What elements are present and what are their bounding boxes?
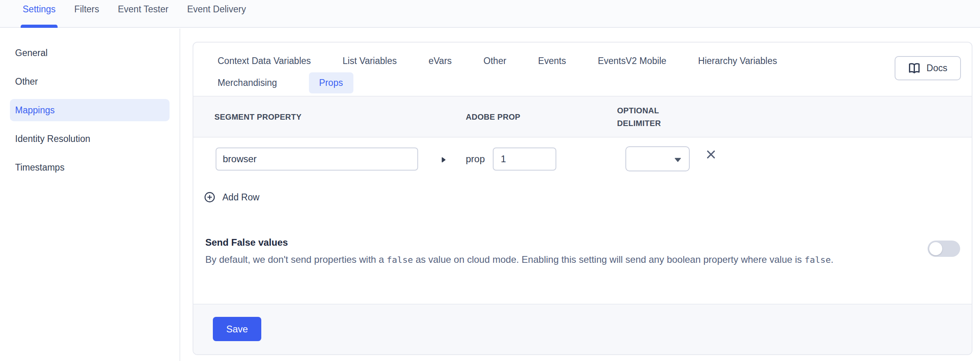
tab-evars[interactable]: eVars	[428, 50, 451, 72]
sidebar-item-mappings[interactable]: Mappings	[10, 99, 170, 121]
book-icon	[908, 63, 920, 74]
mapping-table-header: SEGMENT PROPERTY ADOBE PROP OPTIONAL DEL…	[193, 96, 972, 138]
remove-row-button[interactable]	[706, 149, 716, 160]
false-code-token: false	[804, 255, 831, 265]
sidebar-item-identity-resolution[interactable]: Identity Resolution	[10, 128, 170, 150]
app-root: Settings Filters Event Tester Event Deli…	[0, 0, 980, 361]
send-false-values-description: By default, we don't send properties wit…	[205, 252, 920, 268]
mappings-card: Context Data Variables List Variables eV…	[193, 42, 972, 355]
add-row-button[interactable]: Add Row	[204, 189, 259, 205]
sidebar-item-other[interactable]: Other	[10, 70, 170, 93]
save-button[interactable]: Save	[213, 317, 261, 341]
tab-merchandising[interactable]: Merchandising	[218, 72, 277, 93]
add-row-label: Add Row	[222, 192, 259, 203]
settings-sidebar: General Other Mappings Identity Resoluti…	[0, 29, 180, 361]
nav-tab-event-delivery[interactable]: Event Delivery	[187, 0, 246, 27]
close-icon	[706, 149, 716, 160]
send-false-values-setting: Send False values By default, we don't s…	[205, 237, 960, 268]
tab-context-data-variables[interactable]: Context Data Variables	[218, 50, 311, 72]
mapping-row: prop	[193, 138, 972, 184]
tab-list-variables[interactable]: List Variables	[343, 50, 397, 72]
caret-right-icon	[441, 156, 446, 165]
segment-property-input[interactable]	[216, 148, 418, 171]
circle-plus-icon	[204, 192, 215, 203]
tab-hierarchy-variables[interactable]: Hierarchy Variables	[698, 50, 777, 72]
sidebar-item-timestamps[interactable]: Timestamps	[10, 156, 170, 179]
tab-other[interactable]: Other	[484, 50, 507, 72]
description-text: as value on cloud mode. Enabling this se…	[413, 254, 804, 265]
column-header-adobe-prop: ADOBE PROP	[466, 111, 520, 123]
nav-tab-filters[interactable]: Filters	[74, 0, 99, 27]
tab-events[interactable]: Events	[538, 50, 566, 72]
mapping-tabs-row-1: Context Data Variables List Variables eV…	[218, 50, 880, 72]
sidebar-item-general[interactable]: General	[10, 42, 170, 64]
column-header-optional-delimiter: OPTIONAL DELIMITER	[617, 104, 687, 130]
top-nav: Settings Filters Event Tester Event Deli…	[0, 0, 980, 28]
nav-tab-event-tester[interactable]: Event Tester	[118, 0, 168, 27]
description-text: .	[831, 254, 833, 265]
send-false-values-title: Send False values	[205, 237, 960, 248]
card-footer: Save	[193, 304, 972, 354]
tab-eventsv2-mobile[interactable]: EventsV2 Mobile	[598, 50, 666, 72]
docs-button[interactable]: Docs	[895, 56, 961, 80]
delimiter-select[interactable]	[625, 146, 690, 171]
send-false-toggle[interactable]	[928, 241, 960, 257]
adobe-prop-prefix-label: prop	[466, 153, 485, 165]
toggle-knob	[929, 242, 942, 255]
chevron-down-icon	[674, 157, 682, 162]
docs-button-label: Docs	[926, 63, 947, 74]
adobe-prop-input[interactable]	[493, 148, 556, 171]
tab-props[interactable]: Props	[309, 72, 353, 93]
description-text: By default, we don't send properties wit…	[205, 254, 387, 265]
false-code-token: false	[387, 255, 413, 265]
mapping-tabs-row-2: Merchandising Props	[218, 72, 880, 93]
mapping-tabs-bar: Context Data Variables List Variables eV…	[193, 43, 972, 96]
nav-tab-settings[interactable]: Settings	[23, 0, 56, 27]
column-header-segment-property: SEGMENT PROPERTY	[214, 111, 301, 123]
